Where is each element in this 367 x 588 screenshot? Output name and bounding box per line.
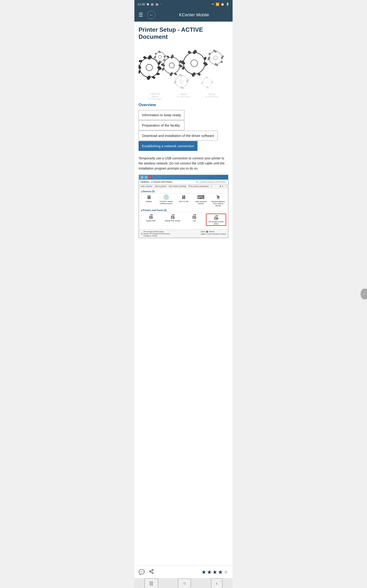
watermark-3: iStock by Getty Images — [205, 93, 219, 100]
toolbar-see-printing[interactable]: See what's printing — [169, 185, 186, 187]
svg-rect-40 — [155, 53, 156, 54]
android-icon: 🤖 — [150, 2, 154, 6]
win-minimize[interactable]: — — [140, 176, 144, 179]
star-4[interactable]: ★ — [218, 569, 223, 575]
device-mouse-label: Wireless Battery Free Optical Mouse — [210, 200, 226, 207]
wifi-icon: 📶 — [216, 2, 219, 6]
toolbar-view[interactable]: ⊞ ▾ — [219, 185, 223, 187]
device-teo: 🖥 TEO TL766 — [175, 195, 192, 207]
notification-icon: 🤖 — [155, 2, 159, 6]
rating-stars[interactable]: ★ ★ ★ ★ ★ — [201, 569, 228, 575]
printer-bullzip-icon: 🖨 — [170, 214, 175, 219]
screenshot-container: — □ ✕ Hardware... ▸ Devices and Printers… — [139, 174, 228, 238]
windows-explorer: — □ ✕ Hardware... ▸ Devices and Printers… — [139, 175, 228, 238]
win-maximize[interactable]: □ — [144, 176, 148, 179]
win-status-state: State: ⬤ Default Status: 0 document(s) i… — [201, 231, 226, 237]
svg-rect-9 — [152, 76, 156, 79]
toolbar-add-device[interactable]: Add a device — [140, 185, 152, 187]
svg-point-0 — [140, 58, 159, 77]
top-navigation: ☰ ← KCenter Mobile — [134, 8, 233, 22]
svg-rect-66 — [209, 53, 211, 55]
toolbar-print-server[interactable]: Print server properties — [188, 185, 209, 187]
svg-rect-13 — [139, 60, 142, 62]
svg-point-56 — [209, 52, 222, 64]
body-text: Temporarily use a USB connection to conn… — [139, 156, 228, 171]
chat-button[interactable]: 💬 — [139, 569, 145, 575]
printer-hp[interactable]: 🖨 ✔ HP Deskjet D1400 series — [206, 214, 226, 226]
device-usb-label: USB kompozit eszköz — [193, 200, 209, 205]
menu-button[interactable]: ☰ — [138, 11, 144, 18]
bottom-toolbar: 💬 ★ ★ ★ ★ ★ — [134, 565, 233, 578]
printers-grid: 🖨 Adobe PDF 🖨 Bullzip PDF Printer 🖨 Fax … — [141, 214, 226, 226]
win-toolbar: Add a device Add a printer See what's pr… — [139, 184, 228, 188]
bottom-nav: ||| ○ ‹ — [134, 578, 233, 588]
share-button[interactable] — [149, 569, 154, 575]
star-5[interactable]: ★ — [223, 569, 228, 575]
star-1[interactable]: ★ — [201, 569, 206, 575]
win-status-bar: 🖨 HP Deskjet D1400 series Model: HP Desk… — [139, 229, 228, 238]
svg-rect-63 — [220, 61, 223, 63]
toolbar-more[interactable]: » — [211, 185, 212, 187]
printer-bullzip[interactable]: 🖨 Bullzip PDF Printer — [163, 214, 183, 226]
printer-hp-icon: 🖨 ✔ — [213, 215, 219, 220]
win-status-model-detail: Model: HP Deskjet D1400 series — [143, 233, 170, 235]
sim-icon: ▣ — [147, 2, 149, 6]
watermarks: 638487346 iStock by Getty Images iStock … — [139, 93, 228, 100]
nav-item-download[interactable]: Download and installation of the driver … — [139, 131, 218, 141]
svg-rect-8 — [156, 73, 159, 75]
device-admin: 🖥 ADMIN — [141, 195, 157, 207]
printer-adobe[interactable]: 🖨 Adobe PDF — [141, 214, 161, 226]
printers-section-header: ▴ Printers and Faxes (9) — [141, 209, 226, 212]
nav-back-button[interactable]: ‹ — [211, 578, 223, 588]
back-button[interactable]: ← — [147, 11, 156, 19]
star-3[interactable]: ★ — [212, 569, 217, 575]
win-title-bar: — □ ✕ — [139, 175, 228, 180]
alarm-icon: ⏰ — [221, 2, 224, 6]
nav-item-network[interactable]: Establishing a network connection — [139, 141, 198, 151]
status-bar: 11:30 ▣ 🤖 🤖 ··· ✏ 📶 ⏰ 🔋 — [134, 0, 233, 8]
overview-label: Overview — [139, 103, 228, 107]
win-content: ▴ Devices (5) 🖥 ADMIN 💿 DTSOFT Virtual C… — [139, 188, 228, 229]
win-status-category: Category: Printer — [143, 235, 170, 237]
search-input[interactable] — [199, 180, 227, 183]
time-display: 11:30 — [138, 2, 145, 6]
svg-point-43 — [191, 60, 198, 67]
win-close[interactable]: ✕ — [149, 176, 152, 179]
svg-point-79 — [206, 81, 208, 84]
printer-fax-label: Fax — [193, 220, 196, 222]
svg-point-78 — [202, 78, 212, 87]
status-bar-left: 11:30 ▣ 🤖 🤖 ··· — [138, 2, 162, 6]
page-title: KCenter Mobile — [159, 12, 229, 17]
battery-icon: 🔋 — [226, 2, 229, 6]
svg-point-30 — [155, 52, 165, 61]
status-bar-right: ✏ 📶 ⏰ 🔋 — [212, 2, 229, 6]
device-mouse: 🖱 Wireless Battery Free Optical Mouse — [210, 195, 226, 207]
nav-item-information[interactable]: Information to keep ready — [139, 110, 184, 120]
nav-item-preparation[interactable]: Preparation of the facility — [139, 120, 184, 130]
star-2[interactable]: ★ — [207, 569, 212, 575]
svg-line-92 — [151, 570, 152, 571]
search-icon[interactable]: 🔍 — [196, 181, 198, 183]
svg-rect-54 — [188, 51, 191, 54]
address-text: Hardware... ▸ Devices and Printers — [140, 181, 195, 183]
device-dtsoft-icon: 💿 — [163, 195, 169, 200]
svg-rect-50 — [197, 73, 201, 76]
content-area: Printer Setup - ACTIVE Document — [134, 22, 233, 565]
printer-fax-icon: 🖨 — [192, 214, 197, 219]
nav-recents-button[interactable]: ||| — [144, 578, 158, 588]
toolbar-help[interactable]: ? — [225, 185, 227, 187]
printer-fax[interactable]: 🖨 Fax — [184, 214, 205, 226]
svg-point-16 — [164, 57, 180, 74]
win-address-bar: Hardware... ▸ Devices and Printers 🔍 — [139, 180, 228, 184]
device-admin-icon: 🖥 — [146, 195, 151, 200]
watermark-2: iStock by Getty Images — [177, 93, 190, 100]
device-teo-label: TEO TL766 — [179, 200, 188, 203]
device-teo-icon: 🖥 — [181, 195, 186, 200]
toolbar-add-printer[interactable]: Add a printer — [155, 185, 167, 187]
edit-icon: ✏ — [212, 2, 214, 6]
watermark-1: 638487346 iStock by Getty Images — [148, 93, 162, 100]
svg-point-17 — [169, 63, 174, 68]
nav-home-button[interactable]: ○ — [178, 578, 191, 588]
device-dtsoft: 💿 DTSOFT Virtual CdRom Device — [158, 195, 174, 207]
dots-icon: ··· — [160, 2, 162, 6]
